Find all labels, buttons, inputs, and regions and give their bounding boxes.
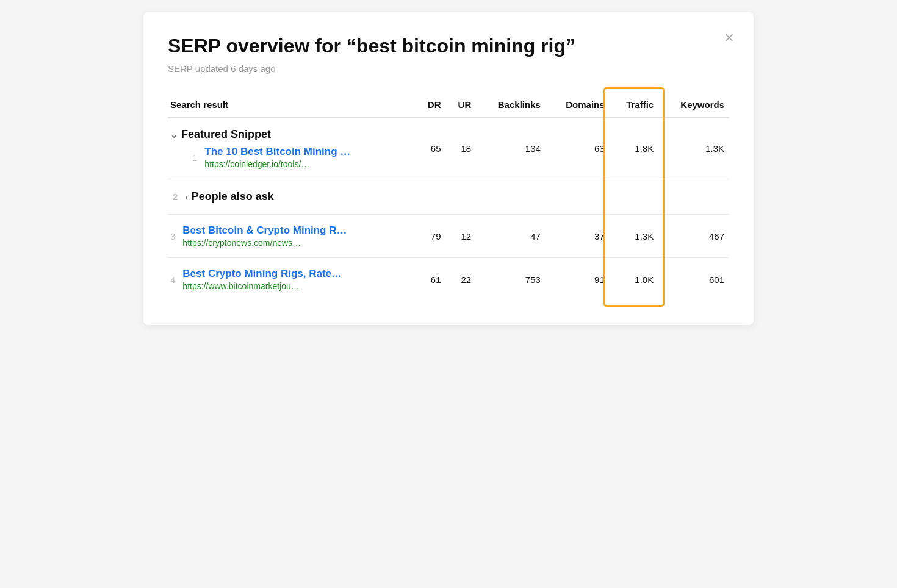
people-ask-domains — [546, 179, 610, 215]
people-ask-traffic — [610, 179, 659, 215]
row3-result-cell: 3 Best Bitcoin & Crypto Mining R… https:… — [168, 215, 416, 258]
featured-snippet-link-url[interactable]: https://coinledger.io/tools/… — [204, 159, 350, 169]
col-header-result: Search result — [168, 93, 416, 118]
row4-dr: 61 — [416, 258, 446, 301]
featured-snippet-dr: 65 — [416, 118, 446, 179]
featured-snippet-keywords: 1.3K — [658, 118, 729, 179]
row4-domains: 91 — [546, 258, 610, 301]
featured-snippet-backlinks: 134 — [476, 118, 546, 179]
chevron-down-icon: ⌄ — [170, 130, 178, 140]
col-header-dr: DR — [416, 93, 446, 118]
table-row-4: 4 Best Crypto Mining Rigs, Rate… https:/… — [168, 258, 729, 301]
row4-ur: 22 — [445, 258, 476, 301]
people-ask-keywords — [658, 179, 729, 215]
people-ask-backlinks — [476, 179, 546, 215]
table-row-featured-snippet: ⌄ Featured Snippet 1 The 10 Best Bitcoin… — [168, 118, 729, 179]
row3-number: 3 — [170, 231, 175, 242]
row4-result-cell: 4 Best Crypto Mining Rigs, Rate… https:/… — [168, 258, 416, 301]
people-ask-number: 2 — [173, 192, 178, 202]
featured-snippet-link-title[interactable]: The 10 Best Bitcoin Mining … — [204, 146, 350, 158]
serp-overview-panel: × SERP overview for “best bitcoin mining… — [143, 12, 754, 325]
close-button[interactable]: × — [724, 29, 734, 46]
people-ask-dr — [416, 179, 446, 215]
featured-snippet-ur: 18 — [445, 118, 476, 179]
col-header-traffic: Traffic — [610, 93, 659, 118]
panel-subtitle: SERP updated 6 days ago — [168, 63, 729, 74]
table-row-people-also-ask: 2 › People also ask — [168, 179, 729, 215]
people-ask-cell: 2 › People also ask — [168, 179, 416, 215]
row3-link-url[interactable]: https://cryptonews.com/news… — [182, 238, 347, 248]
row3-link-title[interactable]: Best Bitcoin & Crypto Mining R… — [182, 224, 347, 237]
people-ask-label: People also ask — [192, 190, 274, 203]
row4-number: 4 — [170, 274, 175, 285]
row4-link-title[interactable]: Best Crypto Mining Rigs, Rate… — [182, 268, 342, 280]
col-header-keywords: Keywords — [658, 93, 729, 118]
row3-traffic: 1.3K — [610, 215, 659, 258]
row3-ur: 12 — [445, 215, 476, 258]
col-header-backlinks: Backlinks — [476, 93, 546, 118]
row4-keywords: 601 — [658, 258, 729, 301]
people-ask-ur — [445, 179, 476, 215]
featured-snippet-domains: 63 — [546, 118, 610, 179]
row3-dr: 79 — [416, 215, 446, 258]
col-header-domains: Domains — [546, 93, 610, 118]
table-row-3: 3 Best Bitcoin & Crypto Mining R… https:… — [168, 215, 729, 258]
row4-traffic: 1.0K — [610, 258, 659, 301]
featured-snippet-cell: ⌄ Featured Snippet 1 The 10 Best Bitcoin… — [168, 118, 416, 179]
row3-keywords: 467 — [658, 215, 729, 258]
featured-snippet-traffic: 1.8K — [610, 118, 659, 179]
row3-domains: 37 — [546, 215, 610, 258]
col-header-ur: UR — [445, 93, 476, 118]
row4-link-url[interactable]: https://www.bitcoinmarketjou… — [182, 281, 342, 291]
panel-title: SERP overview for “best bitcoin mining r… — [168, 34, 729, 57]
row3-backlinks: 47 — [476, 215, 546, 258]
row4-backlinks: 753 — [476, 258, 546, 301]
featured-snippet-label: Featured Snippet — [181, 128, 271, 141]
chevron-right-icon: › — [185, 192, 187, 201]
sub-row-number: 1 — [192, 152, 197, 163]
serp-table: Search result DR UR Backlinks Domains Tr… — [168, 93, 729, 301]
